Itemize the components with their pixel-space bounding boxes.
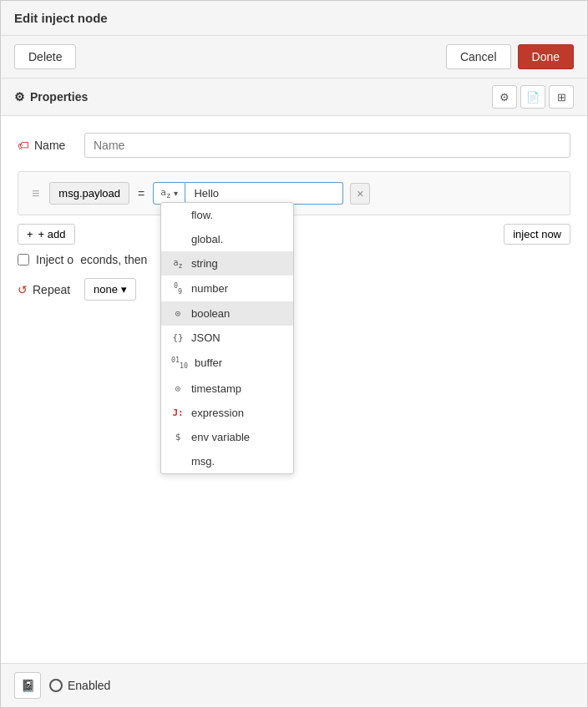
msg-type-prefix: msg. [58,187,82,200]
msg-row-inner: ≡ msg.payload = az ▾ × [28,182,560,205]
repeat-label-text: Repeat [33,283,70,296]
timestamp-icon: ⊙ [171,383,185,394]
dropdown-item-boolean[interactable]: ⊙ boolean [161,301,293,326]
enabled-circle-icon [49,679,63,692]
env-icon: $ [171,432,185,442]
tag-icon: 🏷 [18,139,29,152]
dropdown-item-global[interactable]: global. [161,227,293,251]
dropdown-item-expression[interactable]: J: expression [161,401,293,425]
delete-button[interactable]: Delete [14,44,76,69]
repeat-label: ↺ Repeat [18,283,76,296]
notebook-icon: 📓 [21,679,35,692]
row-footer: + + add inject now [18,224,570,245]
equals-sign: = [136,187,146,200]
properties-label: Properties [30,90,88,104]
settings-tab-button[interactable]: ⚙ [492,85,517,109]
name-field-row: 🏷 Name [18,133,570,158]
add-label: + add [38,228,66,240]
inject-text-after: econds, then [80,253,147,266]
appearance-icon: ⊞ [557,91,566,104]
inject-checkbox[interactable] [18,254,29,266]
add-button[interactable]: + + add [18,224,75,245]
properties-tab[interactable]: ⚙ Properties [14,90,88,104]
repeat-arrow-icon: ▾ [121,283,127,296]
modal: Edit inject node Delete Cancel Done ⚙ Pr… [0,0,588,708]
dropdown-item-string[interactable]: az string [161,251,293,276]
expression-label: expression [191,407,244,419]
description-icon: 📄 [526,91,540,104]
modal-title: Edit inject node [1,1,587,36]
drag-handle-icon[interactable]: ≡ [28,186,43,201]
modal-body: 🏷 Name ≡ msg.payload = az ▾ [1,116,587,663]
repeat-row: ↺ Repeat none ▾ [18,278,570,301]
dropdown-item-json[interactable]: {} JSON [161,326,293,350]
msg-row-container: ≡ msg.payload = az ▾ × [18,171,570,215]
settings-tab-icon: ⚙ [14,90,25,104]
dropdown-item-flow[interactable]: flow. [161,203,293,227]
string-label: string [191,257,218,270]
type-dropdown-menu: flow. global. az string 09 number ⊙ bool… [160,202,294,474]
global-label: global. [191,233,223,245]
dropdown-item-msg[interactable]: msg. [161,449,293,473]
inject-now-label: inject now [513,228,561,240]
boolean-label: boolean [191,307,230,320]
dropdown-item-buffer[interactable]: 0110 buffer [161,350,293,376]
name-label-text: Name [34,139,65,152]
modal-title-text: Edit inject node [14,11,108,25]
json-label: JSON [191,331,220,344]
notebook-button[interactable]: 📓 [14,672,41,699]
repeat-icon: ↺ [18,283,28,296]
timestamp-label: timestamp [191,382,241,395]
delete-icon: × [357,187,363,200]
flow-label: flow. [191,209,213,221]
gear-icon: ⚙ [499,91,509,104]
enabled-text: Enabled [68,679,110,692]
dropdown-item-env[interactable]: $ env variable [161,425,293,449]
inject-section: Inject o econds, then [18,253,570,266]
modal-toolbar: Delete Cancel Done [1,36,587,78]
description-tab-button[interactable]: 📄 [520,85,545,109]
env-label: env variable [191,431,250,443]
plus-icon: + [27,228,33,240]
appearance-tab-button[interactable]: ⊞ [549,85,574,109]
expression-icon: J: [171,407,185,418]
repeat-value: none [94,283,118,296]
modal-footer: 📓 Enabled [1,663,587,707]
enabled-label: Enabled [49,679,110,692]
boolean-icon: ⊙ [171,308,185,319]
string-icon: az [171,258,185,270]
name-input[interactable] [84,133,570,158]
repeat-select-button[interactable]: none ▾ [84,278,136,301]
msg-type-value: payload [83,187,121,200]
inject-now-button[interactable]: inject now [504,224,570,245]
number-label: number [191,282,228,295]
type-select-arrow-icon: ▾ [174,189,178,198]
dropdown-item-number[interactable]: 09 number [161,276,293,301]
tabs-bar: ⚙ Properties ⚙ 📄 ⊞ [1,78,587,116]
inject-text-before: Inject o [36,253,74,266]
dropdown-item-timestamp[interactable]: ⊙ timestamp [161,377,293,401]
name-label: 🏷 Name [18,139,76,152]
cancel-button[interactable]: Cancel [446,44,511,69]
az-type-icon: az [160,187,170,200]
delete-row-button[interactable]: × [350,183,370,205]
number-icon: 09 [171,281,185,296]
buffer-label: buffer [195,357,222,369]
buffer-icon: 0110 [171,356,188,370]
json-icon: {} [171,332,185,343]
msg-label: msg. [191,455,215,468]
msg-type-button[interactable]: msg.payload [49,182,129,205]
done-button[interactable]: Done [518,44,574,69]
